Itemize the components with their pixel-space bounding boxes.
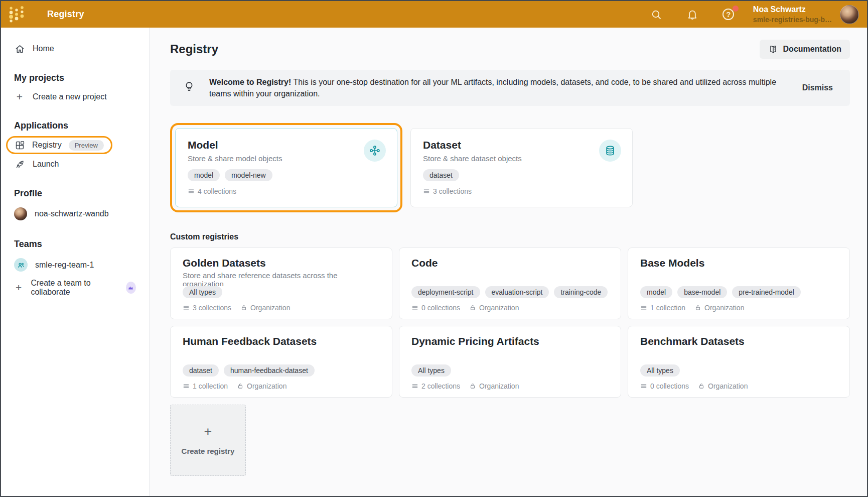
sidebar-item-team[interactable]: smle-reg-team-1 [1, 255, 149, 275]
visibility: Organization [469, 382, 519, 390]
list-icon [188, 188, 195, 195]
collections-count: 0 collections [640, 382, 689, 390]
model-card-highlight-annotation: Model Store & share model objects model … [170, 123, 402, 212]
card-footer: 0 collections Organization [411, 304, 609, 312]
visibility: Organization [237, 382, 286, 390]
lock-icon [694, 304, 701, 311]
tag: dataset [423, 169, 459, 181]
card-title: Dynamic Pricing Artifacts [411, 335, 609, 347]
registry-card-base-models[interactable]: Base Models model base-model pre-trained… [628, 247, 850, 319]
page-title: Registry [170, 42, 218, 56]
sidebar-item-create-team[interactable]: + Create a team to collaborate [1, 275, 149, 300]
list-icon [640, 383, 647, 390]
visibility: Organization [240, 304, 290, 312]
list-icon [640, 304, 647, 311]
tag: All types [640, 364, 680, 377]
card-description [640, 349, 837, 364]
dismiss-button[interactable]: Dismiss [802, 83, 833, 92]
welcome-banner: Welcome to Registry! This is your one-st… [170, 70, 850, 106]
visibility: Organization [698, 382, 748, 390]
sidebar-item-label: Launch [33, 160, 59, 169]
sidebar-item-create-project[interactable]: + Create a new project [1, 88, 149, 105]
tag: All types [183, 286, 222, 298]
tag: evaluation-script [485, 286, 549, 298]
tag: model [188, 169, 220, 181]
collections-count: 3 collections [183, 304, 231, 312]
card-description: Store & share dataset objects [423, 154, 620, 163]
card-footer: 1 collection Organization [183, 382, 380, 390]
sidebar-item-profile[interactable]: noa-schwartz-wandb [1, 204, 149, 224]
card-description: Store & share model objects [188, 154, 385, 163]
tag: base-model [677, 286, 727, 298]
card-title: Model [188, 139, 385, 151]
sidebar-item-launch[interactable]: Launch [1, 155, 149, 173]
tag-list: All types [411, 364, 609, 377]
plus-icon: + [14, 283, 23, 293]
registry-grid-icon [14, 140, 25, 151]
tag-list: All types [183, 286, 380, 298]
list-icon [423, 188, 430, 195]
banner-body: This is your one-stop destination for al… [209, 78, 776, 98]
sidebar-heading-applications: Applications [1, 120, 149, 131]
registry-card-dataset[interactable]: Dataset Store & share dataset objects da… [410, 128, 633, 207]
collections-count: 1 collection [640, 304, 685, 312]
tag: model [640, 286, 672, 298]
card-description [411, 271, 609, 286]
card-footer: 0 collections Organization [640, 382, 837, 390]
app-window: Registry ? Noa Schwartz smle-registries-… [0, 0, 868, 497]
create-registry-label: Create registry [182, 447, 235, 455]
lock-icon [469, 383, 476, 390]
card-footer: 3 collections [423, 187, 620, 195]
tag-list: model base-model pre-trained-model [640, 286, 837, 298]
registry-card-benchmark-datasets[interactable]: Benchmark Datasets All types 0 collectio… [628, 326, 850, 398]
notification-dot [733, 6, 739, 12]
plus-icon: + [204, 425, 212, 439]
team-people-icon [14, 258, 28, 272]
search-icon[interactable] [650, 8, 663, 21]
custom-registries-heading: Custom registries [170, 232, 850, 241]
profile-avatar [14, 207, 27, 220]
documentation-button[interactable]: Documentation [760, 40, 850, 59]
page-header: Registry Documentation [170, 40, 850, 59]
tag-list: dataset human-feedback-dataset [183, 364, 380, 377]
list-icon [411, 383, 418, 390]
sidebar-item-registry[interactable]: Registry [32, 141, 62, 150]
card-description [183, 349, 380, 364]
user-menu[interactable]: Noa Schwartz smle-registries-bug-b… [753, 5, 832, 24]
registry-highlight-annotation: Registry Preview [6, 136, 112, 154]
tag: deployment-script [411, 286, 480, 298]
sidebar-item-home[interactable]: Home [1, 40, 149, 58]
custom-registries-grid: Golden Datasets Store and share referenc… [170, 247, 850, 398]
create-registry-button[interactable]: + Create registry [170, 405, 246, 476]
user-avatar[interactable] [840, 5, 859, 24]
card-title: Human Feedback Datasets [183, 335, 380, 347]
registry-card-model[interactable]: Model Store & share model objects model … [175, 128, 397, 207]
main-content: Registry Documentation Welcome to Regist… [150, 28, 867, 496]
sidebar-item-label: Home [33, 44, 54, 53]
tag: human-feedback-dataset [224, 364, 315, 377]
tag-list: model model-new [188, 169, 385, 181]
sidebar-heading-my-projects: My projects [1, 73, 149, 83]
collections-count: 1 collection [183, 382, 228, 390]
banner-text: Welcome to Registry! This is your one-st… [209, 76, 788, 99]
registry-card-golden-datasets[interactable]: Golden Datasets Store and share referenc… [170, 247, 392, 319]
card-title: Golden Datasets [183, 257, 380, 269]
visibility: Organization [694, 304, 744, 312]
help-glyph: ? [726, 10, 731, 19]
dataset-card-wrapper: Dataset Store & share dataset objects da… [410, 123, 633, 207]
list-icon [183, 383, 190, 390]
sidebar-heading-profile: Profile [1, 188, 149, 199]
help-icon[interactable]: ? [722, 8, 735, 21]
collections-count: 0 collections [411, 304, 460, 312]
lock-icon [237, 383, 244, 390]
sidebar-item-label: Create a new project [33, 92, 107, 101]
registry-card-dynamic-pricing-artifacts[interactable]: Dynamic Pricing Artifacts All types 2 co… [399, 326, 621, 398]
registry-card-human-feedback-datasets[interactable]: Human Feedback Datasets dataset human-fe… [170, 326, 392, 398]
list-icon [411, 304, 418, 311]
core-registries-row: Model Store & share model objects model … [170, 123, 850, 212]
registry-card-code[interactable]: Code deployment-script evaluation-script… [399, 247, 621, 319]
plus-icon: + [14, 92, 25, 102]
wandb-logo-icon[interactable] [8, 6, 25, 23]
notifications-bell-icon[interactable] [686, 8, 699, 21]
list-icon [183, 304, 190, 311]
